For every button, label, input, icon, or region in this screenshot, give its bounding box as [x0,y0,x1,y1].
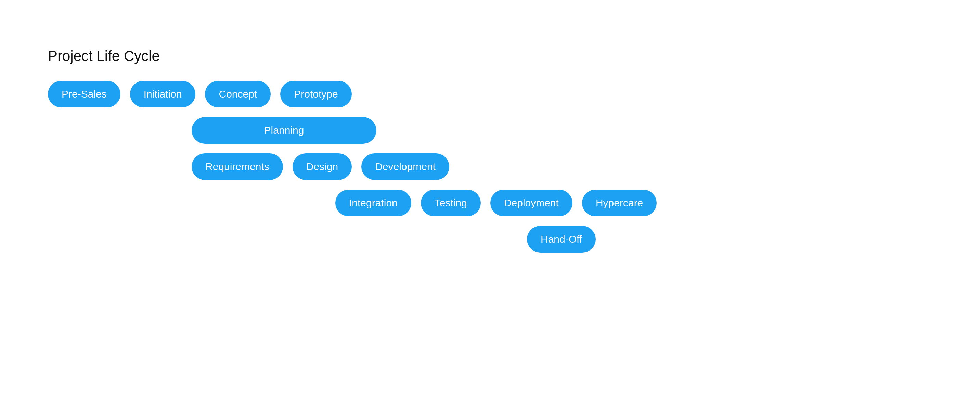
badge-hand-off[interactable]: Hand-Off [527,226,596,253]
row-4: Integration Testing Deployment Hypercare [48,190,980,216]
badge-testing[interactable]: Testing [421,190,481,216]
badge-prototype[interactable]: Prototype [280,81,352,108]
row-3: Requirements Design Development [48,153,980,180]
badge-development[interactable]: Development [361,153,449,180]
badge-integration[interactable]: Integration [335,190,411,216]
badge-requirements[interactable]: Requirements [192,153,283,180]
badge-initiation[interactable]: Initiation [130,81,196,108]
badge-planning[interactable]: Planning [192,117,376,144]
badge-design[interactable]: Design [293,153,352,180]
badge-hypercare[interactable]: Hypercare [582,190,657,216]
page-container: Project Life Cycle Pre-Sales Initiation … [0,0,980,262]
row-5: Hand-Off [48,226,980,253]
row-1: Pre-Sales Initiation Concept Prototype [48,81,980,108]
row-2: Planning [48,117,980,144]
badge-pre-sales[interactable]: Pre-Sales [48,81,121,108]
lifecycle-diagram: Pre-Sales Initiation Concept Prototype P… [48,81,980,262]
badge-concept[interactable]: Concept [205,81,270,108]
page-title: Project Life Cycle [48,48,980,64]
badge-deployment[interactable]: Deployment [490,190,573,216]
